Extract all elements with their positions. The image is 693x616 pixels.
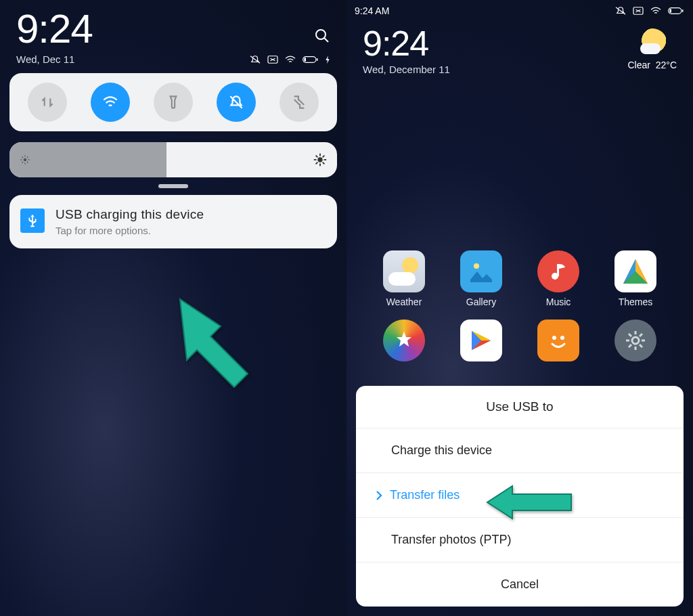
app-themes[interactable]: Themes [597,250,674,307]
brightness-slider[interactable] [9,142,337,177]
svg-line-23 [323,156,325,158]
search-icon[interactable] [314,28,330,44]
svg-line-14 [27,157,28,158]
svg-line-20 [316,156,318,158]
svg-point-33 [560,336,564,340]
app-music[interactable]: Music [520,250,597,307]
toggle-dnd[interactable] [217,83,256,122]
svg-line-22 [316,162,318,164]
app-settings[interactable] [597,320,674,376]
dnd-off-icon [614,6,627,16]
svg-rect-4 [317,58,318,61]
app-label: Weather [365,296,443,307]
svg-line-39 [629,334,631,336]
annotation-arrow [166,292,268,408]
weather-widget[interactable]: Clear 22°C [627,28,677,70]
battery-icon [667,6,685,16]
option-label: Charge this device [391,443,492,458]
app-generic-1[interactable] [365,320,443,376]
dialog-title: Use USB to [356,386,684,428]
svg-line-21 [323,162,325,164]
svg-rect-28 [669,9,671,12]
usb-option-transfer-photos[interactable]: Transfer photos (PTP) [356,518,684,563]
phone-notification-shade: 9:24 Wed, Dec 11 [0,0,346,616]
svg-point-0 [316,30,326,39]
sim-icon [267,55,279,64]
clock: 9:24 [16,5,93,52]
svg-line-40 [640,345,642,347]
brightness-fill [9,142,166,177]
app-gallery[interactable]: Gallery [443,250,520,307]
notification-subtitle: Tap for more options. [55,225,204,236]
svg-line-1 [324,38,328,42]
app-weather[interactable]: Weather [365,250,443,307]
status-time: 9:24 AM [355,5,389,16]
svg-line-12 [27,162,28,163]
status-icons [249,55,330,64]
date: Wed, Dec 11 [16,53,74,65]
svg-rect-31 [557,264,559,276]
svg-line-42 [640,334,642,336]
app-label: Themes [597,296,674,307]
app-grid: Weather Gallery Music Themes [346,250,693,376]
phone-home-usb-dialog: 9:24 AM 9:24 Wed, December 11 Clear 22°C… [346,0,693,616]
svg-point-32 [552,336,556,340]
status-icons [614,6,685,16]
svg-line-41 [629,345,631,347]
battery-icon [302,55,319,64]
usb-option-transfer-files[interactable]: Transfer files [356,473,684,518]
charging-icon [325,55,330,64]
app-label: Music [520,296,597,307]
svg-rect-27 [682,9,684,12]
svg-line-13 [22,162,24,163]
weather-condition: Clear [627,60,650,70]
chevron-right-icon [375,490,383,501]
toggle-flashlight[interactable] [154,83,193,122]
option-label: Transfer files [390,488,460,502]
dnd-off-icon [249,55,261,64]
usb-option-charge[interactable]: Charge this device [356,428,684,473]
notification-title: USB charging this device [55,207,204,222]
svg-point-29 [474,263,479,269]
svg-line-11 [22,157,24,158]
svg-point-15 [317,157,322,162]
usb-dialog: Use USB to Charge this device Transfer f… [356,386,684,607]
weather-icon [638,28,667,58]
brightness-low-icon [19,154,31,166]
quick-toggles-panel [9,73,337,131]
sim-icon [632,6,644,16]
toggle-wifi[interactable] [91,83,130,122]
dialog-cancel[interactable]: Cancel [356,563,684,607]
wifi-icon [650,6,662,16]
usb-notification[interactable]: USB charging this device Tap for more op… [9,195,337,248]
app-generic-2[interactable] [443,320,520,376]
app-generic-3[interactable] [520,320,597,376]
brightness-high-icon [313,152,328,167]
option-label: Transfer photos (PTP) [391,533,511,547]
app-label: Gallery [443,296,520,307]
svg-rect-5 [304,58,306,61]
usb-icon [20,208,45,233]
svg-marker-24 [180,299,248,387]
svg-point-34 [632,337,639,344]
toggle-mobile-data[interactable] [28,83,67,122]
toggle-screenshot[interactable] [280,83,319,122]
wifi-icon [284,55,296,64]
drag-handle[interactable] [158,184,188,188]
weather-temp: 22°C [656,60,677,70]
svg-point-6 [24,158,27,162]
